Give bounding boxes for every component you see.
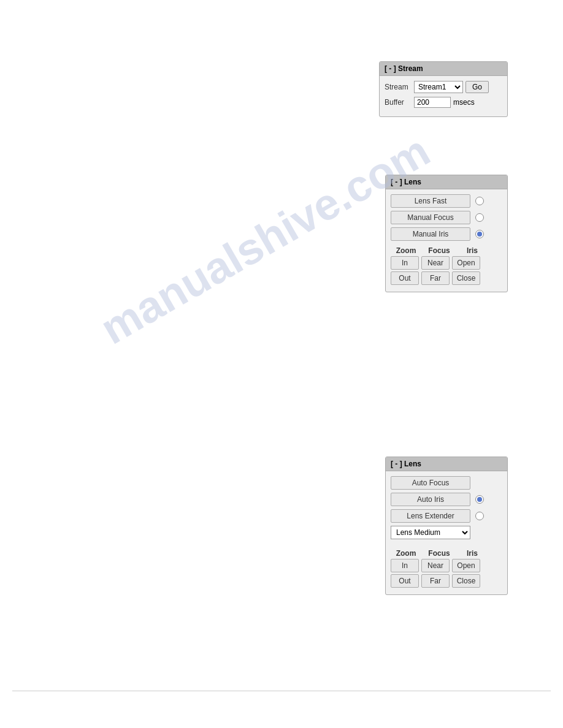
lens-extender-radio[interactable] xyxy=(475,512,484,520)
stream-panel-header: [ - ] Stream xyxy=(380,62,507,76)
auto-iris-row: Auto Iris xyxy=(391,493,502,506)
lens2-row1: In Near Open xyxy=(391,559,502,572)
zoom-out-button-1[interactable]: Out xyxy=(391,271,419,285)
iris-header-2: Iris xyxy=(457,549,488,558)
iris-open-button-2[interactable]: Open xyxy=(452,559,480,572)
zoom-header-2: Zoom xyxy=(391,549,421,558)
lens-panel-1-header: [ - ] Lens xyxy=(386,175,507,189)
manual-iris-radio[interactable] xyxy=(475,230,484,238)
iris-open-button-1[interactable]: Open xyxy=(452,256,480,270)
lens-fast-radio[interactable] xyxy=(475,197,484,205)
manual-focus-row: Manual Focus xyxy=(391,211,502,224)
lens2-row2: Out Far Close xyxy=(391,574,502,588)
focus-near-button-1[interactable]: Near xyxy=(421,256,450,270)
stream-label: Stream xyxy=(385,83,414,91)
buffer-row: Buffer msecs xyxy=(385,97,502,108)
lens-fast-button[interactable]: Lens Fast xyxy=(391,194,470,208)
zoom-out-button-2[interactable]: Out xyxy=(391,574,419,588)
iris-close-button-2[interactable]: Close xyxy=(452,574,480,588)
iris-header-1: Iris xyxy=(457,246,488,255)
lens-extender-row: Lens Extender xyxy=(391,509,502,523)
msecs-label: msecs xyxy=(453,98,475,107)
zoom-in-button-2[interactable]: In xyxy=(391,559,419,572)
auto-iris-button[interactable]: Auto Iris xyxy=(391,493,470,506)
manual-iris-row: Manual Iris xyxy=(391,227,502,241)
lens1-row2: Out Far Close xyxy=(391,271,502,285)
lens1-row1: In Near Open xyxy=(391,256,502,270)
focus-far-button-1[interactable]: Far xyxy=(421,271,450,285)
stream-select[interactable]: Stream1 Stream2 Stream3 xyxy=(414,81,463,93)
zoom-header-1: Zoom xyxy=(391,246,421,255)
auto-focus-button[interactable]: Auto Focus xyxy=(391,476,470,490)
auto-iris-radio[interactable] xyxy=(475,495,484,504)
stream-row: Stream Stream1 Stream2 Stream3 Go xyxy=(385,81,502,93)
lens-panel-1: [ - ] Lens Lens Fast Manual Focus Manual… xyxy=(385,175,508,292)
focus-far-button-2[interactable]: Far xyxy=(421,574,450,588)
lens-panel-2: [ - ] Lens Auto Focus Auto Iris Lens Ext… xyxy=(385,457,508,595)
lens2-col-headers: Zoom Focus Iris xyxy=(391,547,502,559)
lens-extender-button[interactable]: Lens Extender xyxy=(391,509,470,523)
auto-focus-row: Auto Focus xyxy=(391,476,502,490)
go-button[interactable]: Go xyxy=(465,81,489,93)
zoom-in-button-1[interactable]: In xyxy=(391,256,419,270)
buffer-label: Buffer xyxy=(385,98,414,107)
iris-close-button-1[interactable]: Close xyxy=(452,271,480,285)
focus-near-button-2[interactable]: Near xyxy=(421,559,450,572)
lens-dropdown-row: Lens Medium Lens Fast Lens Slow xyxy=(391,526,502,543)
manual-focus-button[interactable]: Manual Focus xyxy=(391,211,470,224)
lens-panel-2-header: [ - ] Lens xyxy=(386,457,507,471)
manual-focus-radio[interactable] xyxy=(475,213,484,222)
stream-panel: [ - ] Stream Stream Stream1 Stream2 Stre… xyxy=(379,61,508,117)
manual-iris-button[interactable]: Manual Iris xyxy=(391,227,470,241)
buffer-input[interactable] xyxy=(414,97,451,108)
lens-speed-select[interactable]: Lens Medium Lens Fast Lens Slow xyxy=(391,526,470,539)
focus-header-2: Focus xyxy=(424,549,454,558)
bottom-divider xyxy=(12,691,551,691)
focus-header-1: Focus xyxy=(424,246,454,255)
lens1-col-headers: Zoom Focus Iris xyxy=(391,244,502,256)
lens-fast-row: Lens Fast xyxy=(391,194,502,208)
